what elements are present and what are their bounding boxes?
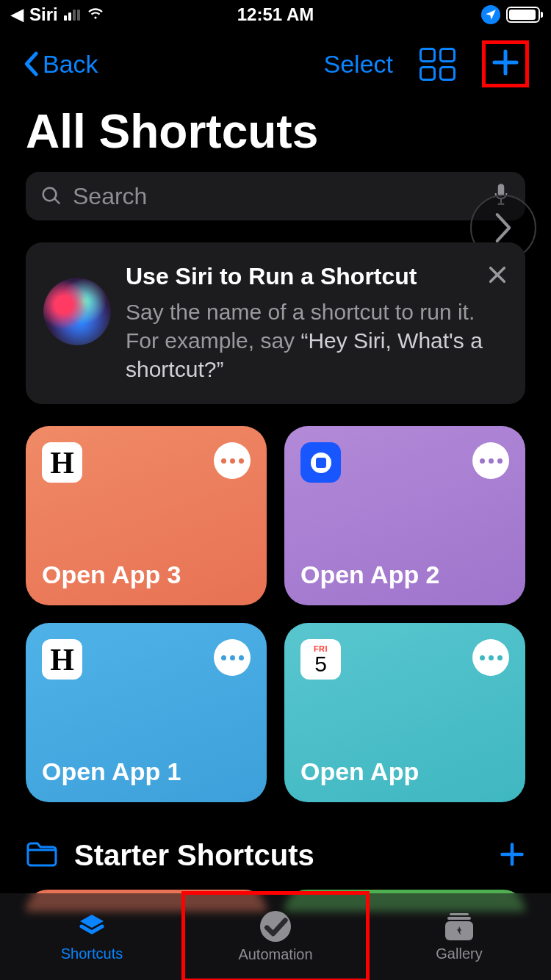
wifi-icon: [86, 3, 105, 26]
chevron-right-icon: [492, 212, 514, 244]
shortcuts-grid: H Open App 3 Open App 2 H Open App 1 FRI…: [0, 404, 551, 802]
tab-label: Gallery: [436, 945, 482, 962]
starter-shortcuts-title: Starter Shortcuts: [74, 839, 314, 872]
close-tip-button[interactable]: [487, 264, 508, 288]
siri-tip-title: Use Siri to Run a Shortcut: [126, 263, 508, 290]
close-icon: [487, 264, 508, 285]
tab-bar: Shortcuts Automation Gallery: [0, 893, 551, 980]
add-starter-shortcut-button[interactable]: [499, 841, 525, 871]
select-button[interactable]: Select: [324, 50, 394, 79]
more-options-button[interactable]: [472, 442, 509, 479]
svg-rect-1: [450, 913, 469, 915]
shortcut-tile[interactable]: Open App 2: [284, 426, 525, 605]
shortcut-tile[interactable]: H Open App 1: [26, 623, 267, 802]
status-time: 12:51 AM: [237, 4, 314, 25]
tab-automation[interactable]: Automation: [184, 893, 367, 980]
status-right: [481, 5, 540, 24]
tab-label: Automation: [238, 946, 312, 963]
more-options-button[interactable]: [214, 442, 251, 479]
app-icon: [300, 442, 341, 483]
calendar-day-number: 5: [314, 653, 327, 675]
shortcut-tile[interactable]: FRI 5 Open App: [284, 623, 525, 802]
search-bar[interactable]: [26, 172, 525, 220]
more-options-button[interactable]: [472, 639, 509, 676]
calendar-app-icon: FRI 5: [300, 639, 341, 680]
gallery-tab-icon: [443, 912, 475, 941]
automation-tab-icon: [260, 911, 291, 942]
shortcut-tile[interactable]: H Open App 3: [26, 426, 267, 605]
battery-icon: [506, 7, 540, 23]
page-title: All Shortcuts: [0, 98, 551, 172]
back-button[interactable]: Back: [22, 50, 98, 79]
status-left: ◀ Siri: [11, 3, 105, 26]
search-icon: [40, 185, 62, 207]
tab-gallery[interactable]: Gallery: [367, 893, 551, 980]
more-options-button[interactable]: [214, 639, 251, 676]
starter-shortcuts-folder[interactable]: Starter Shortcuts: [26, 839, 314, 872]
tab-shortcuts[interactable]: Shortcuts: [0, 893, 184, 980]
shortcut-label: Open App: [300, 757, 509, 786]
chevron-left-icon: [22, 51, 40, 76]
location-services-icon: [481, 5, 500, 24]
shortcuts-tab-icon: [76, 912, 108, 941]
siri-orb-icon: [43, 278, 111, 345]
siri-tip-body: Say the name of a shortcut to run it. Fo…: [126, 298, 508, 383]
shortcut-label: Open App 2: [300, 561, 509, 589]
siri-tip-card: Use Siri to Run a Shortcut Say the name …: [26, 242, 525, 404]
app-icon: H: [42, 639, 82, 680]
app-icon: H: [42, 442, 82, 483]
starter-shortcuts-header: Starter Shortcuts: [0, 802, 551, 881]
back-label: Back: [43, 50, 98, 79]
svg-rect-2: [447, 917, 471, 920]
shortcut-label: Open App 3: [42, 561, 251, 589]
navigation-bar: Back Select: [0, 29, 551, 98]
tab-label: Shortcuts: [61, 945, 123, 962]
cellular-signal-icon: [64, 10, 80, 21]
add-shortcut-button[interactable]: [482, 40, 529, 87]
shortcut-label: Open App 1: [42, 757, 251, 786]
folder-icon: [26, 841, 58, 871]
search-input[interactable]: [73, 183, 481, 210]
back-to-app-caret-icon[interactable]: ◀: [11, 5, 24, 24]
grid-view-icon[interactable]: [419, 48, 455, 81]
back-to-app-name[interactable]: Siri: [29, 4, 58, 25]
plus-icon: [491, 48, 520, 80]
plus-icon: [499, 841, 525, 868]
status-bar: ◀ Siri 12:51 AM: [0, 0, 551, 29]
